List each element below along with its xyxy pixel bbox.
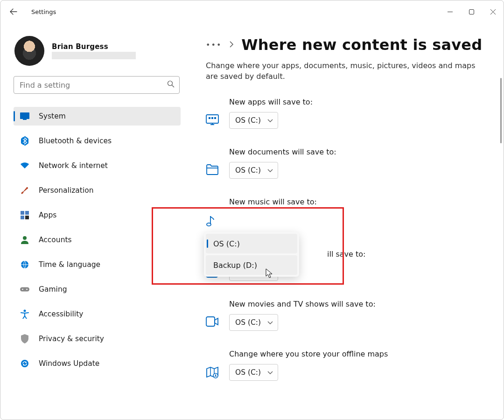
search-input[interactable] <box>20 81 167 90</box>
setting-label: New music will save to: <box>229 197 492 206</box>
profile-name: Brian Burgess <box>52 42 136 51</box>
dropdown-value: OS (C:) <box>235 318 261 327</box>
music-location-dropdown-list: OS (C:) Backup (D:) <box>204 232 299 277</box>
setting-label: Change where you store your offline maps <box>229 350 492 358</box>
setting-movies: New movies and TV shows will save to: OS… <box>206 300 492 331</box>
svg-rect-3 <box>23 119 27 120</box>
movies-location-dropdown[interactable]: OS (C:) <box>229 314 278 331</box>
main-panel: ••• Where new content is saved Change wh… <box>181 36 504 420</box>
shield-icon <box>20 334 29 343</box>
chevron-down-icon <box>267 116 273 125</box>
system-icon <box>20 112 29 121</box>
back-button[interactable] <box>4 2 23 21</box>
nav-label: Personalization <box>39 186 94 195</box>
page-description: Change where your apps, documents, music… <box>206 60 486 82</box>
apps-icon <box>20 210 29 220</box>
minimize-button[interactable] <box>439 4 461 19</box>
nav-item-network[interactable]: Network & internet <box>14 156 181 175</box>
svg-rect-5 <box>21 211 24 215</box>
svg-point-15 <box>21 360 28 367</box>
nav-label: Accessibility <box>39 310 83 318</box>
window-title: Settings <box>31 8 56 15</box>
svg-rect-18 <box>211 117 213 119</box>
chevron-right-icon <box>229 41 234 49</box>
nav-label: Bluetooth & devices <box>39 137 112 145</box>
accessibility-icon <box>20 309 29 319</box>
nav-item-accessibility[interactable]: Accessibility <box>14 305 181 323</box>
maps-location-icon <box>206 366 219 379</box>
svg-point-1 <box>168 81 173 86</box>
breadcrumb: ••• Where new content is saved <box>206 36 492 54</box>
svg-rect-8 <box>25 216 29 219</box>
movies-location-icon <box>206 316 219 329</box>
music-location-icon <box>206 214 219 227</box>
maximize-icon <box>469 9 474 14</box>
breadcrumb-ellipsis-button[interactable]: ••• <box>206 41 222 49</box>
setting-label: New documents will save to: <box>229 147 492 156</box>
svg-rect-19 <box>214 117 216 119</box>
svg-rect-6 <box>25 211 29 215</box>
nav-label: Privacy & security <box>39 335 104 343</box>
dropdown-option-backup-d[interactable]: Backup (D:) <box>206 255 297 275</box>
globe-icon <box>20 260 29 269</box>
chevron-down-icon <box>267 318 273 327</box>
profile-block[interactable]: Brian Burgess <box>14 36 181 66</box>
nav-item-apps[interactable]: Apps <box>14 206 181 224</box>
nav-label: Network & internet <box>39 161 108 170</box>
person-icon <box>20 235 29 245</box>
update-icon <box>20 359 29 368</box>
titlebar: Settings <box>0 0 504 23</box>
svg-point-12 <box>22 289 23 290</box>
scrollbar-thumb[interactable] <box>500 78 502 143</box>
nav-item-system[interactable]: System <box>14 107 181 126</box>
svg-rect-0 <box>469 9 474 14</box>
svg-rect-11 <box>20 287 29 291</box>
page-title: Where new content is saved <box>241 36 482 54</box>
dropdown-value: OS (C:) <box>235 166 261 175</box>
nav-item-personalization[interactable]: Personalization <box>14 181 181 200</box>
avatar <box>14 36 44 66</box>
wifi-icon <box>20 161 29 170</box>
svg-point-9 <box>23 236 27 240</box>
nav-label: System <box>39 112 66 120</box>
maps-location-dropdown[interactable]: OS (C:) <box>229 364 278 381</box>
setting-music: New music will save to: <box>206 197 492 227</box>
nav-label: Accounts <box>39 236 72 244</box>
apps-location-dropdown[interactable]: OS (C:) <box>229 112 278 129</box>
setting-label: New apps will save to: <box>229 98 492 106</box>
close-button[interactable] <box>482 4 504 19</box>
close-icon <box>490 9 496 14</box>
svg-point-20 <box>207 223 211 226</box>
search-icon <box>167 80 175 90</box>
nav-item-bluetooth[interactable]: Bluetooth & devices <box>14 132 181 150</box>
setting-label: New movies and TV shows will save to: <box>229 300 492 308</box>
setting-apps: New apps will save to: OS (C:) <box>206 98 492 129</box>
documents-location-icon <box>206 164 219 177</box>
nav-item-time[interactable]: Time & language <box>14 255 181 274</box>
dropdown-value: OS (C:) <box>235 368 261 377</box>
documents-location-dropdown[interactable]: OS (C:) <box>229 162 278 179</box>
nav-item-gaming[interactable]: Gaming <box>14 280 181 299</box>
svg-point-14 <box>24 310 26 312</box>
nav-list: System Bluetooth & devices Network & int… <box>14 107 181 378</box>
svg-rect-23 <box>206 317 215 326</box>
gamepad-icon <box>20 285 29 294</box>
window-controls <box>439 4 504 19</box>
svg-rect-7 <box>21 216 24 219</box>
search-box[interactable] <box>14 76 180 94</box>
nav-label: Gaming <box>39 285 67 294</box>
bluetooth-icon <box>20 136 29 146</box>
svg-point-13 <box>26 289 28 290</box>
chevron-down-icon <box>267 368 273 377</box>
nav-item-privacy[interactable]: Privacy & security <box>14 329 181 348</box>
svg-rect-2 <box>20 112 29 119</box>
dropdown-option-os-c[interactable]: OS (C:) <box>206 234 297 253</box>
nav-item-accounts[interactable]: Accounts <box>14 231 181 249</box>
minimize-icon <box>448 9 453 14</box>
arrow-left-icon <box>10 8 17 15</box>
setting-documents: New documents will save to: OS (C:) <box>206 147 492 179</box>
nav-item-update[interactable]: Windows Update <box>14 354 181 373</box>
sidebar: Brian Burgess System Bluetooth & devices… <box>14 36 181 420</box>
maximize-button[interactable] <box>461 4 482 19</box>
setting-maps: Change where you store your offline maps… <box>206 350 492 381</box>
